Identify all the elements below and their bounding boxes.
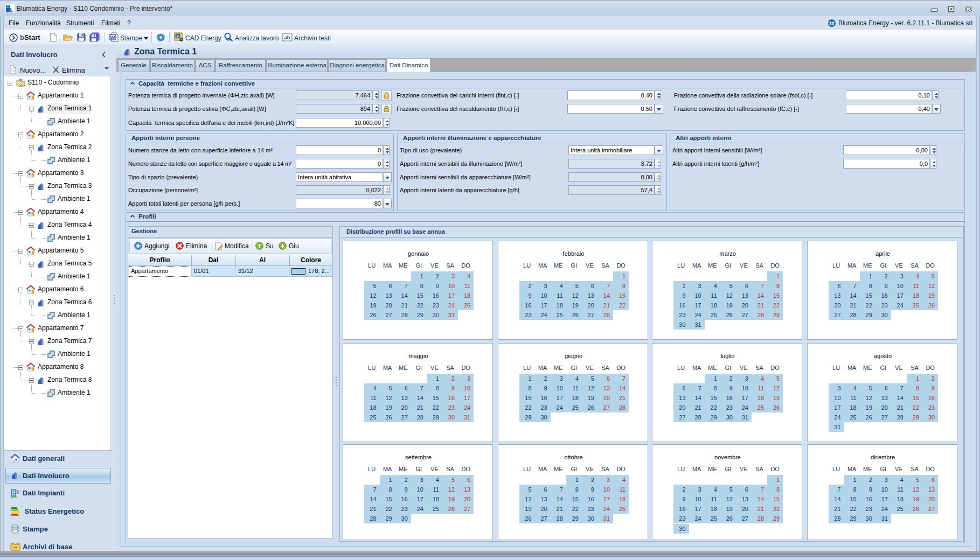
svg-text:ab: ab (284, 35, 290, 40)
